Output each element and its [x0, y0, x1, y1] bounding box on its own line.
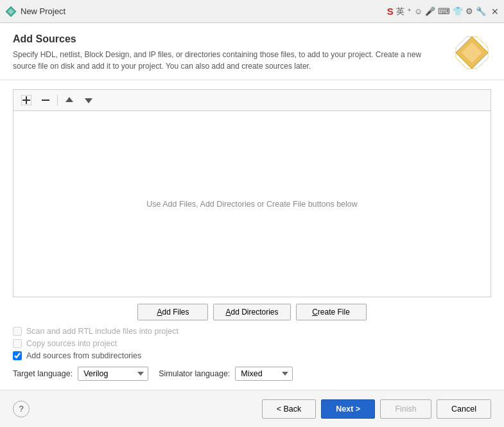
create-file-button[interactable]: Create File — [296, 304, 367, 320]
close-button[interactable]: ✕ — [491, 6, 499, 17]
taskbar-icons: S 英 ⁺ ☺ 🎤 ⌨ 👕 ⚙ 🔧 ✕ — [387, 6, 499, 17]
file-table-toolbar — [13, 89, 491, 110]
target-language-select[interactable]: Verilog VHDL SystemVerilog — [78, 367, 148, 381]
plus-icon — [21, 95, 31, 105]
cancel-button[interactable]: Cancel — [437, 399, 491, 419]
create-file-label: Create File — [312, 308, 350, 317]
simulator-language-select[interactable]: Mixed Verilog VHDL — [235, 367, 293, 381]
finish-button[interactable]: Finish — [380, 399, 431, 419]
add-file-toolbar-button[interactable] — [17, 92, 35, 108]
copy-sources-label: Copy sources into project — [26, 339, 117, 348]
dialog-title: Add Sources — [13, 33, 424, 45]
add-subdirectories-checkbox[interactable] — [13, 351, 22, 360]
options-section: Scan and add RTL include files into proj… — [13, 327, 491, 360]
ime-punc-icon[interactable]: ⁺ — [407, 6, 412, 16]
add-files-label: Add Files — [157, 308, 189, 317]
title-bar: New Project S 英 ⁺ ☺ 🎤 ⌨ 👕 ⚙ 🔧 ✕ — [0, 0, 504, 23]
move-down-toolbar-button[interactable] — [80, 92, 98, 108]
action-buttons: Add Files Add Directories Create File — [13, 304, 491, 320]
xilinx-logo — [453, 33, 491, 72]
language-row: Target language: Verilog VHDL SystemVeri… — [13, 367, 491, 381]
ime-smiley-icon[interactable]: ☺ — [414, 6, 422, 16]
toolbar-separator — [57, 94, 58, 106]
add-directories-label: Add Directories — [225, 308, 278, 317]
svg-marker-13 — [65, 97, 73, 102]
ime-gear-icon[interactable]: ⚙ — [465, 6, 473, 16]
svg-marker-14 — [85, 98, 92, 103]
app-logo-icon — [5, 6, 17, 17]
back-button[interactable]: < Back — [262, 399, 317, 419]
target-language-label: Target language: — [13, 369, 73, 378]
dialog-subtitle: Specify HDL, netlist, Block Design, and … — [13, 49, 424, 72]
add-directories-button[interactable]: Add Directories — [213, 304, 290, 320]
remove-file-toolbar-button[interactable] — [37, 92, 55, 108]
ime-keyboard-icon[interactable]: ⌨ — [438, 6, 450, 16]
move-up-toolbar-button[interactable] — [60, 92, 78, 108]
ime-eng-icon[interactable]: 英 — [396, 6, 404, 17]
next-button[interactable]: Next > — [321, 399, 375, 419]
add-subdirectories-row[interactable]: Add sources from subdirectories — [13, 351, 491, 360]
scan-rtl-label: Scan and add RTL include files into proj… — [26, 327, 178, 336]
simulator-language-group: Simulator language: Mixed Verilog VHDL — [159, 367, 293, 381]
copy-sources-row[interactable]: Copy sources into project — [13, 339, 491, 348]
svg-rect-10 — [26, 96, 27, 104]
ime-s-icon[interactable]: S — [387, 6, 394, 17]
down-arrow-icon — [83, 95, 94, 105]
scan-rtl-row[interactable]: Scan and add RTL include files into proj… — [13, 327, 491, 336]
footer-nav-buttons: < Back Next > Finish Cancel — [262, 399, 491, 419]
svg-rect-12 — [42, 100, 49, 101]
dialog-footer: ? < Back Next > Finish Cancel — [0, 390, 504, 427]
help-button[interactable]: ? — [13, 401, 30, 417]
up-arrow-icon — [64, 95, 74, 105]
simulator-language-label: Simulator language: — [159, 369, 230, 378]
add-files-button[interactable]: Add Files — [137, 304, 208, 320]
add-subdirectories-label: Add sources from subdirectories — [26, 351, 141, 360]
copy-sources-checkbox[interactable] — [13, 339, 22, 348]
ime-wrench-icon[interactable]: 🔧 — [476, 6, 486, 16]
minus-icon — [40, 95, 51, 105]
ime-mic-icon[interactable]: 🎤 — [425, 6, 435, 16]
file-table-empty-message: Use Add Files, Add Directories or Create… — [146, 200, 358, 209]
dialog-header: Add Sources Specify HDL, netlist, Block … — [0, 23, 504, 80]
target-language-group: Target language: Verilog VHDL SystemVeri… — [13, 367, 148, 381]
dialog-body: Use Add Files, Add Directories or Create… — [0, 80, 504, 390]
scan-rtl-checkbox[interactable] — [13, 327, 22, 336]
file-table: Use Add Files, Add Directories or Create… — [13, 110, 491, 297]
window-title: New Project — [21, 6, 65, 16]
dialog: Add Sources Specify HDL, netlist, Block … — [0, 23, 504, 427]
ime-shirt-icon[interactable]: 👕 — [453, 6, 463, 16]
